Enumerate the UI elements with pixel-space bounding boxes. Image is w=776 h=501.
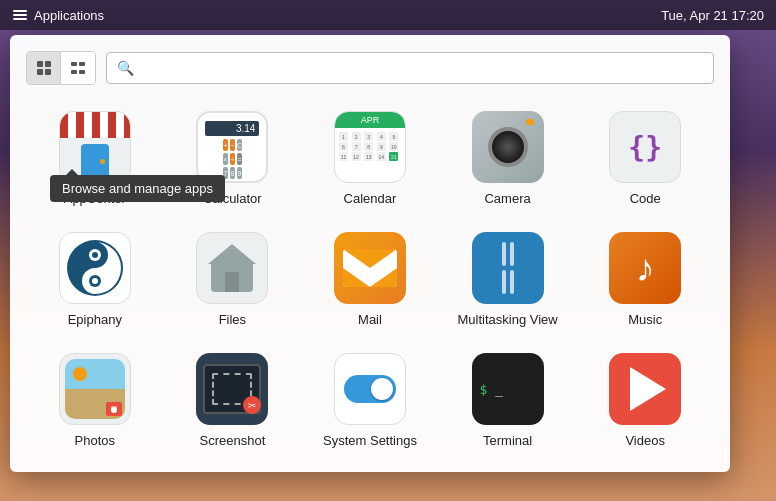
app-menu-icon[interactable] (12, 7, 28, 23)
search-icon: 🔍 (117, 60, 134, 76)
svg-rect-1 (13, 14, 27, 16)
mail-label: Mail (358, 312, 382, 327)
camera-icon (472, 111, 544, 183)
taskbar-left: Applications (12, 7, 104, 23)
photos-icon (59, 353, 131, 425)
app-item-terminal[interactable]: $ _ Terminal (439, 345, 577, 456)
camera-label: Camera (484, 191, 530, 206)
svg-rect-9 (71, 70, 77, 74)
calculator-icon: 3.14 + − C × ÷ = 7 8 9 (196, 111, 268, 183)
app-grid: AppCenter 3.14 + − C × ÷ = 7 8 9 Calcula… (26, 103, 714, 456)
view-toggle (26, 51, 96, 85)
files-icon (196, 232, 268, 304)
app-item-code[interactable]: {} Code (576, 103, 714, 214)
multitasking-icon (472, 232, 544, 304)
grid-view-button[interactable] (27, 52, 61, 84)
svg-rect-8 (79, 62, 85, 66)
search-input[interactable] (140, 60, 703, 76)
music-icon: ♪ (609, 232, 681, 304)
app-item-mail[interactable]: Mail (301, 224, 439, 335)
terminal-icon: $ _ (472, 353, 544, 425)
epiphany-label: Epiphany (68, 312, 122, 327)
system-settings-icon (334, 353, 406, 425)
app-item-calculator[interactable]: 3.14 + − C × ÷ = 7 8 9 Calculator (164, 103, 302, 214)
svg-point-14 (92, 252, 98, 258)
appcenter-icon (59, 111, 131, 183)
code-icon: {} (609, 111, 681, 183)
app-item-files[interactable]: Files (164, 224, 302, 335)
app-item-music[interactable]: ♪ Music (576, 224, 714, 335)
svg-rect-2 (13, 18, 27, 20)
app-item-videos[interactable]: Videos (576, 345, 714, 456)
screenshot-icon: ✂ (196, 353, 268, 425)
multitasking-label: Multitasking View (457, 312, 557, 327)
epiphany-icon (59, 232, 131, 304)
calendar-icon: APR 12345 678910 1112131421 (334, 111, 406, 183)
terminal-dollar: $ (480, 382, 488, 397)
videos-icon (609, 353, 681, 425)
svg-rect-10 (79, 70, 85, 74)
list-view-button[interactable] (61, 52, 95, 84)
app-launcher: 🔍 AppCenter 3.14 (10, 35, 730, 472)
mail-icon (334, 232, 406, 304)
svg-rect-5 (37, 69, 43, 75)
svg-rect-17 (111, 406, 117, 410)
screenshot-label: Screenshot (200, 433, 266, 448)
app-item-epiphany[interactable]: Epiphany (26, 224, 164, 335)
system-settings-label: System Settings (323, 433, 417, 448)
calculator-label: Calculator (203, 191, 262, 206)
app-item-appcenter[interactable]: AppCenter (26, 103, 164, 214)
app-item-multitasking[interactable]: Multitasking View (439, 224, 577, 335)
taskbar-app-name: Applications (34, 8, 104, 23)
terminal-cursor: _ (495, 382, 503, 397)
app-item-screenshot[interactable]: ✂ Screenshot (164, 345, 302, 456)
app-item-camera[interactable]: Camera (439, 103, 577, 214)
svg-rect-4 (45, 61, 51, 67)
calendar-label: Calendar (344, 191, 397, 206)
epiphany-globe-svg (65, 238, 125, 298)
taskbar: Applications Tue, Apr 21 17:20 (0, 0, 776, 30)
svg-rect-6 (45, 69, 51, 75)
search-box: 🔍 (106, 52, 714, 84)
files-label: Files (219, 312, 246, 327)
search-row: 🔍 (26, 51, 714, 85)
photos-camera-badge (106, 402, 122, 416)
taskbar-datetime: Tue, Apr 21 17:20 (661, 8, 764, 23)
svg-rect-0 (13, 10, 27, 12)
videos-label: Videos (625, 433, 665, 448)
app-item-calendar[interactable]: APR 12345 678910 1112131421 Calendar (301, 103, 439, 214)
grid-icon (36, 60, 52, 76)
code-label: Code (630, 191, 661, 206)
svg-point-15 (92, 278, 98, 284)
svg-rect-7 (71, 62, 77, 66)
terminal-label: Terminal (483, 433, 532, 448)
music-label: Music (628, 312, 662, 327)
appcenter-label: AppCenter (64, 191, 126, 206)
svg-rect-3 (37, 61, 43, 67)
list-icon (70, 60, 86, 76)
app-item-system-settings[interactable]: System Settings (301, 345, 439, 456)
photos-label: Photos (75, 433, 115, 448)
app-item-photos[interactable]: Photos (26, 345, 164, 456)
